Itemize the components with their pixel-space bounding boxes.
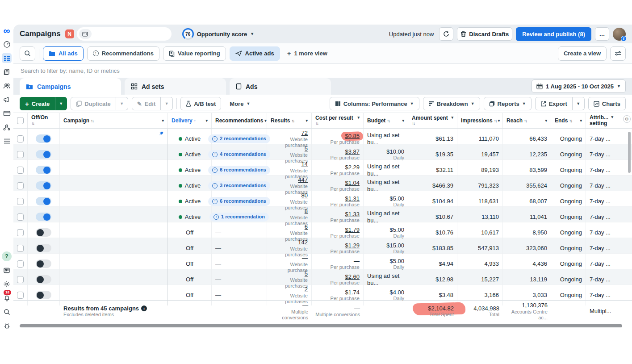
col-reach[interactable]: Reach↑↓▾: [503, 113, 551, 128]
row-checkbox[interactable]: [17, 213, 24, 221]
col-impressions[interactable]: Impressions↑↓▾: [457, 113, 503, 128]
campaign-toggle[interactable]: [36, 197, 51, 205]
search-views-button[interactable]: [20, 46, 35, 61]
col-budget[interactable]: Budget↑↓▾: [364, 113, 408, 128]
campaign-toggle[interactable]: [36, 181, 51, 190]
opportunity-score[interactable]: 76 Opportunity score ▼: [182, 28, 255, 40]
avatar[interactable]: f: [613, 28, 626, 41]
info-icon[interactable]: i: [141, 305, 147, 311]
results-value[interactable]: 8: [305, 208, 308, 215]
view-tab-active-ads[interactable]: Active ads: [230, 46, 280, 61]
results-value[interactable]: 72: [301, 130, 308, 137]
results-value[interactable]: 142: [298, 239, 308, 246]
meta-logo-icon[interactable]: ∞: [4, 26, 10, 35]
campaigns-nav-icon[interactable]: [2, 53, 12, 63]
table-settings-gear-icon[interactable]: ⚙: [623, 115, 631, 123]
create-button[interactable]: +Create: [20, 97, 55, 110]
create-dropdown[interactable]: ▼: [55, 97, 67, 110]
view-tab-all-ads[interactable]: All ads: [43, 46, 84, 61]
results-value[interactable]: 5: [305, 145, 308, 152]
row-checkbox[interactable]: [17, 151, 24, 158]
date-range-picker[interactable]: 1 Aug 2025 - 10 Oct 2025▼: [532, 79, 626, 93]
view-tab-value-reporting[interactable]: Value reporting: [163, 46, 226, 61]
cost-per-result-value[interactable]: $2.60: [345, 273, 360, 280]
duplicate-button[interactable]: Duplicate: [71, 97, 116, 110]
row-checkbox[interactable]: [17, 229, 24, 236]
refresh-button[interactable]: [439, 27, 453, 41]
row-checkbox[interactable]: [17, 198, 24, 205]
reports-button[interactable]: Reports▼: [484, 97, 532, 110]
recommendations-link[interactable]: ↑3 recommendations: [208, 181, 270, 190]
row-checkbox[interactable]: [17, 167, 24, 174]
edit-button[interactable]: ✎Edit: [132, 97, 161, 110]
review-publish-button[interactable]: Review and publish (8): [516, 27, 591, 41]
results-value[interactable]: 2: [305, 286, 308, 293]
campaign-toggle[interactable]: [36, 244, 51, 252]
row-checkbox[interactable]: [17, 292, 24, 299]
more-views-button[interactable]: +1 more view: [284, 50, 331, 57]
more-button[interactable]: More▼: [225, 97, 255, 110]
campaign-name-cell[interactable]: [60, 285, 168, 305]
campaign-toggle[interactable]: [36, 228, 51, 237]
row-checkbox[interactable]: [17, 135, 24, 142]
results-value[interactable]: 447: [298, 176, 308, 184]
select-all-checkbox[interactable]: [17, 117, 24, 124]
col-amount-spent[interactable]: Amount spent▾↑↓: [408, 113, 457, 128]
breakdown-button[interactable]: Breakdown▼: [423, 97, 480, 110]
cost-per-result-value[interactable]: —: [354, 258, 360, 265]
search-nav-icon[interactable]: [2, 307, 12, 317]
col-results[interactable]: Results↑↓▾: [267, 113, 312, 128]
export-button[interactable]: Export: [535, 97, 573, 110]
view-tab-recommendations[interactable]: ↑Recommendations: [87, 46, 159, 61]
cost-per-result-value[interactable]: $1.29: [345, 242, 360, 249]
results-value[interactable]: 14: [301, 161, 308, 168]
campaign-toggle[interactable]: [36, 134, 51, 143]
duplicate-dropdown[interactable]: ▼: [116, 97, 128, 110]
cost-per-result-value[interactable]: $1.79: [345, 226, 360, 234]
settings-icon[interactable]: [2, 279, 12, 289]
export-dropdown[interactable]: ▼: [573, 97, 585, 110]
horizontal-scrollbar[interactable]: [20, 324, 622, 328]
edit-dropdown[interactable]: ▼: [161, 97, 173, 110]
vertical-scrollbar[interactable]: [628, 132, 631, 173]
notifications-icon[interactable]: 18: [2, 293, 12, 303]
tab-campaigns[interactable]: Campaigns: [20, 78, 121, 95]
account-overview-icon[interactable]: [2, 39, 12, 49]
cost-per-result-value[interactable]: $1.74: [345, 289, 360, 296]
col-delivery[interactable]: Delivery↑▾: [168, 113, 212, 128]
ads-reporting-icon[interactable]: [2, 67, 12, 77]
recommendations-link[interactable]: ↑2 recommendations: [208, 134, 270, 143]
col-ends[interactable]: Ends↑↓▾: [551, 113, 586, 128]
campaign-toggle[interactable]: [36, 213, 51, 221]
recommendations-link[interactable]: ↑4 recommendations: [208, 150, 270, 159]
cost-per-result-value[interactable]: $3.87: [345, 148, 360, 155]
cost-per-result-value[interactable]: $1.31: [345, 195, 360, 202]
results-value[interactable]: —: [302, 255, 308, 262]
col-campaign[interactable]: Campaign↑↓▾: [60, 113, 168, 128]
view-settings-button[interactable]: [610, 46, 626, 61]
row-checkbox[interactable]: [17, 276, 24, 283]
recommendations-link[interactable]: ↑6 recommendations: [208, 166, 270, 174]
row-checkbox[interactable]: [17, 182, 24, 189]
results-value[interactable]: 5: [305, 270, 308, 277]
audiences-icon[interactable]: [2, 81, 12, 91]
row-checkbox[interactable]: [17, 245, 24, 252]
create-view-button[interactable]: Create a view: [558, 46, 607, 61]
advertise-icon[interactable]: [2, 95, 12, 105]
all-tools-icon[interactable]: [2, 136, 12, 146]
campaign-toggle[interactable]: [36, 275, 51, 284]
recommendations-link[interactable]: ↑1 recommendation: [209, 213, 269, 221]
help-icon[interactable]: ?: [2, 251, 12, 261]
cost-per-result-value[interactable]: $1.04: [345, 180, 360, 187]
col-recommendations[interactable]: Recommendations▾: [212, 113, 267, 128]
results-value[interactable]: 6: [305, 223, 308, 230]
ab-test-button[interactable]: A/B test: [180, 97, 221, 110]
tab-ad-sets[interactable]: Ad sets: [125, 78, 226, 95]
row-checkbox[interactable]: [17, 260, 24, 268]
col-cost-per-result[interactable]: Cost per result▾↑↓: [312, 113, 364, 128]
cost-per-result-value[interactable]: $0.85: [345, 133, 360, 140]
cost-per-result-value[interactable]: $2.29: [345, 164, 360, 171]
col-off-on[interactable]: Off/On↑↓: [28, 113, 60, 128]
updates-icon[interactable]: [2, 265, 12, 275]
results-value[interactable]: 80: [301, 192, 308, 199]
